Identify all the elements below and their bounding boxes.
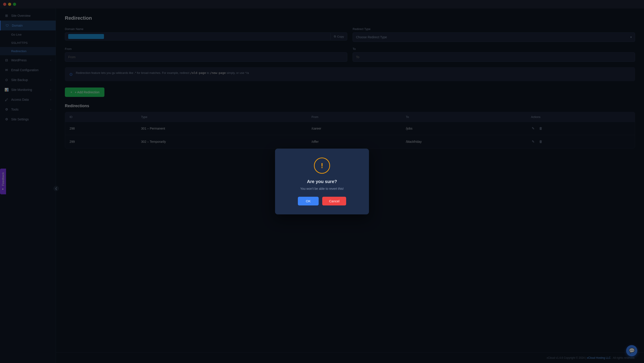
cancel-label: Cancel	[329, 199, 340, 203]
ok-label: OK	[306, 199, 311, 203]
modal-ok-button[interactable]: OK	[298, 197, 319, 205]
modal-overlay[interactable]: ! Are you sure? You won't be able to rev…	[0, 0, 644, 363]
confirmation-modal: ! Are you sure? You won't be able to rev…	[275, 149, 369, 214]
modal-title: Are you sure?	[286, 179, 358, 184]
modal-cancel-button[interactable]: Cancel	[322, 197, 346, 205]
modal-actions: OK Cancel	[286, 197, 358, 205]
modal-subtitle: You won't be able to revert this!	[286, 187, 358, 190]
exclamation-icon: !	[321, 162, 323, 170]
warning-icon-circle: !	[314, 158, 330, 174]
